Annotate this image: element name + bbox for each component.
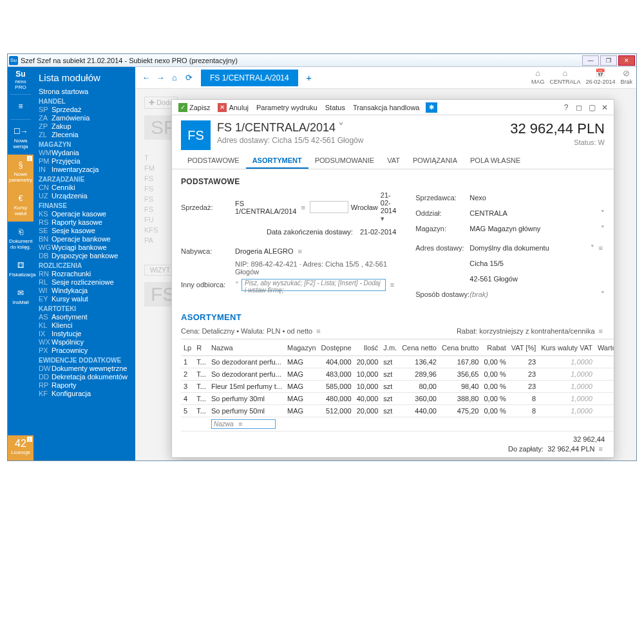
grid-new-row[interactable]: Nazwa ≡ — [181, 417, 614, 431]
status-button[interactable]: Status — [321, 100, 349, 115]
grid-col-header[interactable]: Dostępne — [319, 339, 354, 356]
help-button[interactable]: ? — [560, 101, 573, 114]
module-item[interactable]: RNRozrachunki — [33, 270, 135, 278]
grid-col-header[interactable]: VAT [%] — [509, 339, 539, 356]
other-recipient-menu-icon[interactable] — [388, 281, 396, 289]
module-item[interactable]: CNCenniki — [33, 184, 135, 192]
grid-row[interactable]: 2T...So dezodorant perfu...MAG483,00010,… — [181, 368, 614, 381]
new-tab[interactable]: + — [302, 71, 316, 85]
dlg-fullscreen-button[interactable]: ▢ — [585, 101, 598, 114]
module-item[interactable]: KLKlienci — [33, 321, 135, 330]
gear-icon[interactable]: ✱ — [426, 102, 437, 113]
dialog-tab[interactable]: POLA WŁASNE — [464, 153, 527, 169]
nav-home[interactable]: ⌂ — [167, 71, 182, 85]
grid-col-header[interactable]: J.m. — [381, 339, 399, 356]
document-tab[interactable]: FS 1/CENTRALA/2014 — [201, 70, 298, 86]
module-item[interactable]: ASAsortyment — [33, 313, 135, 321]
grid-col-header[interactable]: Lp — [181, 339, 194, 356]
strip-new-version[interactable]: ☐→Nowa wersja — [8, 121, 33, 155]
save-button[interactable]: ✓Zapisz — [175, 100, 214, 115]
module-item[interactable]: DDDekretacja dokumentów — [33, 373, 135, 381]
close-button[interactable]: ✕ — [618, 55, 635, 66]
strip-insmail[interactable]: ✉InsMail — [8, 283, 33, 310]
module-item[interactable]: UZUrządzenia — [33, 192, 135, 200]
module-item[interactable]: SPSprzedaż — [33, 106, 135, 114]
doc-title-dropdown-icon[interactable]: ˅ — [338, 121, 344, 134]
dlg-expand-button[interactable]: ◻ — [573, 101, 585, 114]
strip-doc-accounting[interactable]: ⎗Dokument do księg. — [8, 222, 33, 255]
module-start[interactable]: Strona startowa — [33, 87, 135, 96]
module-item[interactable]: KSOperacje kasowe — [33, 210, 135, 218]
module-item[interactable]: EYKursy walut — [33, 295, 135, 303]
grid-col-header[interactable]: Cena netto — [399, 339, 439, 356]
sale-date[interactable]: 21-02-2014 — [381, 191, 396, 223]
to-pay-menu-icon[interactable] — [597, 445, 605, 453]
nav-back[interactable]: ← — [139, 71, 153, 85]
module-item[interactable]: RSRaporty kasowe — [33, 218, 135, 227]
strip-menu[interactable]: ≡ — [8, 96, 33, 118]
grid-row[interactable]: 1T...So dezodorant perfu...MAG404,00020,… — [181, 356, 614, 368]
strip-fiscal[interactable]: ⚃Fiskalizacja — [8, 255, 33, 283]
dialog-tab[interactable]: PODSUMOWANIE — [308, 153, 381, 169]
strip-licence[interactable]: 1 42 Licencje — [8, 435, 33, 460]
grid-col-header[interactable]: Rabat — [481, 339, 508, 356]
sale-blank-input[interactable] — [310, 201, 348, 213]
module-item[interactable]: RPRaporty — [33, 381, 135, 390]
ctx-centrala[interactable]: ⌂CENTRALA — [549, 68, 580, 85]
sale-doc-menu-icon[interactable] — [299, 204, 307, 211]
branch-select[interactable]: CENTRALA — [469, 209, 507, 217]
maximize-button[interactable]: ❐ — [600, 55, 617, 66]
delivery-address-select[interactable]: Domyślny dla dokumentu — [469, 244, 549, 252]
delivery-method-select[interactable]: (brak) — [469, 290, 488, 298]
module-item[interactable]: IXInstytucje — [33, 330, 135, 338]
grid-col-header[interactable]: Cena brutto — [439, 339, 481, 356]
ctx-brak[interactable]: ⊘Brak — [620, 68, 632, 85]
nav-fwd[interactable]: → — [153, 71, 167, 85]
dialog-tab[interactable]: VAT — [381, 153, 406, 169]
grid-col-header[interactable]: Nazwa — [209, 339, 285, 356]
module-item[interactable]: ZPZakup — [33, 122, 135, 131]
grid-col-header[interactable]: Wartość brutto (R) — [595, 339, 614, 356]
grid-row[interactable]: 3T...Fleur 15ml perfumy t...MAG585,00010… — [181, 381, 614, 393]
buyer-menu-icon[interactable] — [296, 247, 303, 255]
grid-col-header[interactable]: Kurs waluty VAT — [538, 339, 595, 356]
module-item[interactable]: ZLZlecenia — [33, 131, 135, 139]
dlg-close-button[interactable]: ✕ — [598, 101, 611, 114]
module-item[interactable]: RLSesje rozliczeniowe — [33, 278, 135, 287]
dialog-tab[interactable]: ASORTYMENT — [246, 153, 308, 169]
nav-refresh[interactable]: ⟳ — [182, 71, 196, 85]
minimize-button[interactable]: — — [582, 55, 599, 66]
module-item[interactable]: KFKonfiguracja — [33, 390, 135, 398]
module-item[interactable]: SESesje kasowe — [33, 227, 135, 235]
module-item[interactable]: PMPrzyjęcia — [33, 157, 135, 166]
cancel-button[interactable]: ✕Anuluj — [214, 100, 252, 115]
module-item[interactable]: DWDokumenty wewnętrzne — [33, 365, 135, 373]
grid-row[interactable]: 5T...So perfumy 50mlMAG512,00020,000szt4… — [181, 405, 614, 417]
grid-col-header[interactable]: Magazyn — [285, 339, 319, 356]
ctx-date[interactable]: 📅26-02-2014 — [585, 68, 615, 85]
strip-currency[interactable]: €Kursy walut — [8, 188, 33, 222]
module-item[interactable]: WXWspólnicy — [33, 338, 135, 346]
module-item[interactable]: ZAZamówienia — [33, 114, 135, 122]
module-item[interactable]: WMWydania — [33, 149, 135, 157]
grid-row[interactable]: 4T...So perfumy 30mlMAG480,00040,000szt3… — [181, 393, 614, 405]
module-item[interactable]: DBDyspozycje bankowe — [33, 252, 135, 260]
module-item[interactable]: WIWindykacja — [33, 287, 135, 295]
price-menu-icon[interactable] — [314, 327, 322, 335]
delivery-address-menu-icon[interactable] — [597, 244, 605, 252]
module-item[interactable]: WGWyciągi bankowe — [33, 243, 135, 252]
warehouse-select[interactable]: MAG Magazyn główny — [469, 225, 540, 232]
transaction-button[interactable]: Transakcja handlowa — [349, 100, 424, 115]
grid-col-header[interactable]: R — [194, 339, 209, 356]
discount-menu-icon[interactable] — [597, 327, 605, 335]
other-recipient-input[interactable]: Pisz, aby wyszukać; [F2] - Lista; [Inser… — [242, 279, 386, 291]
module-item[interactable]: INInwentaryzacja — [33, 166, 135, 174]
module-item[interactable]: PXPracownicy — [33, 346, 135, 355]
new-item-name-input[interactable]: Nazwa ≡ — [211, 419, 276, 429]
ctx-mag[interactable]: ⌂MAG — [531, 68, 545, 85]
grid-col-header[interactable]: Ilość — [354, 339, 381, 356]
dialog-tab[interactable]: POWIĄZANIA — [406, 153, 464, 169]
strip-new-params[interactable]: 1§Nowe parametry — [8, 155, 33, 188]
module-item[interactable]: BNOperacje bankowe — [33, 235, 135, 243]
print-params-button[interactable]: Parametry wydruku — [252, 100, 321, 115]
